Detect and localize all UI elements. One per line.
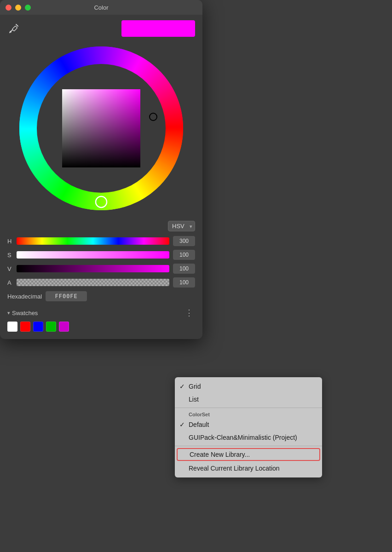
h-value[interactable]: 300 xyxy=(173,236,195,246)
top-row xyxy=(7,20,195,37)
menu-item-reveal-library[interactable]: Reveal Current Library Location xyxy=(175,462,322,475)
close-button[interactable] xyxy=(6,5,12,11)
hex-row: Hexadecimal FF00FE xyxy=(7,291,195,301)
h-slider[interactable] xyxy=(17,237,169,245)
swatches-grid xyxy=(7,322,195,332)
color-preview xyxy=(121,20,195,37)
swatch-purple[interactable] xyxy=(59,322,69,332)
color-wheel-container xyxy=(7,43,195,213)
svg-line-2 xyxy=(16,24,18,26)
a-label: A xyxy=(7,279,13,286)
svg-rect-1 xyxy=(12,26,17,31)
swatches-menu-button[interactable]: ⋮ xyxy=(183,308,195,318)
maximize-button[interactable] xyxy=(25,5,31,11)
titlebar: Color xyxy=(0,0,202,15)
swatch-green[interactable] xyxy=(46,322,56,332)
minimize-button[interactable] xyxy=(15,5,21,11)
menu-item-list[interactable]: List xyxy=(175,393,322,406)
s-slider-row: S 100 xyxy=(7,250,195,260)
h-label: H xyxy=(7,238,13,245)
traffic-lights xyxy=(6,5,31,11)
v-label: V xyxy=(7,265,13,272)
svg-point-3 xyxy=(10,31,12,33)
menu-item-grid[interactable]: Grid xyxy=(175,380,322,393)
menu-separator-1 xyxy=(175,408,322,408)
mode-select-wrapper[interactable]: HSV RGB HLS xyxy=(168,221,195,231)
swatch-red[interactable] xyxy=(20,322,30,332)
mode-select[interactable]: HSV RGB HLS xyxy=(168,221,195,231)
v-slider-row: V 100 xyxy=(7,264,195,274)
a-slider[interactable] xyxy=(17,279,169,286)
window-title: Color xyxy=(94,4,108,11)
s-value[interactable]: 100 xyxy=(173,250,195,260)
s-label: S xyxy=(7,252,13,259)
a-value[interactable]: 100 xyxy=(173,277,195,288)
hex-label: Hexadecimal xyxy=(7,293,42,300)
eyedropper-icon xyxy=(8,23,19,34)
menu-item-default[interactable]: Default xyxy=(175,418,322,431)
swatches-label: Swatches xyxy=(7,310,38,316)
swatch-blue[interactable] xyxy=(33,322,43,332)
swatch-white[interactable] xyxy=(7,322,17,332)
color-window: Color xyxy=(0,0,202,339)
s-slider[interactable] xyxy=(17,251,169,259)
color-wheel[interactable] xyxy=(16,43,186,213)
menu-separator-2 xyxy=(175,446,322,446)
v-slider[interactable] xyxy=(17,265,169,272)
v-value[interactable]: 100 xyxy=(173,264,195,274)
a-slider-row: A 100 xyxy=(7,277,195,288)
menu-item-create-library[interactable]: Create New Library... xyxy=(177,448,320,461)
context-menu: Grid List ColorSet Default GUIPack-Clean… xyxy=(175,377,322,477)
h-slider-row: H 300 xyxy=(7,236,195,246)
menu-colorset-header: ColorSet xyxy=(175,410,322,418)
hex-input[interactable]: FF00FE xyxy=(46,291,87,301)
eyedropper-button[interactable] xyxy=(7,22,20,35)
window-body: HSV RGB HLS H 300 S 100 V 100 A xyxy=(0,15,202,339)
swatches-header: Swatches ⋮ xyxy=(7,308,195,318)
menu-item-guipack[interactable]: GUIPack-Clean&Minimalistic (Project) xyxy=(175,431,322,444)
hsv-row: HSV RGB HLS xyxy=(7,221,195,231)
